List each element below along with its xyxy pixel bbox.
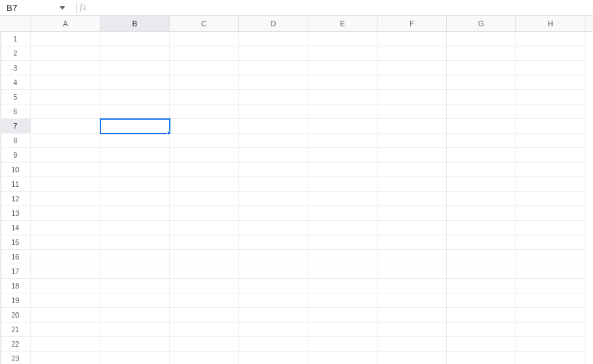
- cell[interactable]: [378, 75, 447, 90]
- cell[interactable]: [31, 119, 100, 134]
- cell[interactable]: [516, 308, 585, 322]
- cell[interactable]: [170, 235, 239, 250]
- cell[interactable]: [308, 148, 378, 163]
- cell[interactable]: [239, 75, 308, 90]
- cell[interactable]: [308, 293, 378, 308]
- cell[interactable]: [378, 221, 447, 235]
- cell[interactable]: [308, 206, 378, 221]
- cell[interactable]: [100, 221, 170, 235]
- cell[interactable]: [170, 293, 239, 308]
- cell[interactable]: [308, 104, 378, 119]
- column-header[interactable]: E: [308, 16, 378, 31]
- row-header[interactable]: 7: [0, 119, 31, 134]
- row-header[interactable]: 12: [0, 192, 31, 206]
- row-header[interactable]: 4: [0, 75, 31, 90]
- cell[interactable]: [100, 46, 170, 61]
- cell[interactable]: [308, 119, 378, 134]
- cell[interactable]: [516, 206, 585, 221]
- cell[interactable]: [100, 337, 170, 352]
- name-box[interactable]: B7: [0, 0, 54, 15]
- cell[interactable]: [239, 221, 308, 235]
- cell[interactable]: [170, 163, 239, 177]
- cell[interactable]: [447, 337, 516, 352]
- cell[interactable]: [170, 250, 239, 264]
- cell[interactable]: [308, 279, 378, 293]
- cell[interactable]: [100, 177, 170, 192]
- cell[interactable]: [31, 32, 100, 46]
- cell[interactable]: [308, 264, 378, 279]
- cell[interactable]: [516, 104, 585, 119]
- cell[interactable]: [239, 46, 308, 61]
- cell[interactable]: [308, 322, 378, 337]
- cell[interactable]: [378, 61, 447, 75]
- cell[interactable]: [378, 104, 447, 119]
- cell[interactable]: [308, 163, 378, 177]
- cell[interactable]: [31, 250, 100, 264]
- cell[interactable]: [31, 75, 100, 90]
- cell[interactable]: [447, 90, 516, 104]
- cell[interactable]: [170, 61, 239, 75]
- cell[interactable]: [378, 250, 447, 264]
- cell[interactable]: [378, 46, 447, 61]
- cell[interactable]: [239, 177, 308, 192]
- cell[interactable]: [378, 32, 447, 46]
- cell[interactable]: [31, 221, 100, 235]
- cell[interactable]: [170, 264, 239, 279]
- cell[interactable]: [516, 250, 585, 264]
- cell[interactable]: [31, 46, 100, 61]
- column-header[interactable]: B: [100, 16, 170, 31]
- row-header[interactable]: 9: [0, 148, 31, 163]
- cell[interactable]: [447, 250, 516, 264]
- cell[interactable]: [170, 134, 239, 148]
- cell[interactable]: [447, 46, 516, 61]
- cell[interactable]: [100, 308, 170, 322]
- cell[interactable]: [239, 192, 308, 206]
- cell[interactable]: [239, 279, 308, 293]
- row-header[interactable]: 6: [0, 104, 31, 119]
- cell[interactable]: [31, 148, 100, 163]
- cell[interactable]: [170, 90, 239, 104]
- cell[interactable]: [308, 221, 378, 235]
- cell[interactable]: [100, 322, 170, 337]
- cell[interactable]: [378, 322, 447, 337]
- cell[interactable]: [100, 163, 170, 177]
- cell[interactable]: [170, 308, 239, 322]
- column-header[interactable]: F: [378, 16, 447, 31]
- row-header[interactable]: 3: [0, 61, 31, 75]
- cell[interactable]: [447, 104, 516, 119]
- cell[interactable]: [31, 293, 100, 308]
- cell[interactable]: [100, 293, 170, 308]
- cell[interactable]: [239, 250, 308, 264]
- cell[interactable]: [31, 104, 100, 119]
- cell[interactable]: [516, 264, 585, 279]
- cell[interactable]: [516, 32, 585, 46]
- cell[interactable]: [31, 90, 100, 104]
- cell[interactable]: [239, 264, 308, 279]
- cell[interactable]: [447, 264, 516, 279]
- cell[interactable]: [170, 177, 239, 192]
- cell[interactable]: [170, 337, 239, 352]
- cell[interactable]: [100, 32, 170, 46]
- cell[interactable]: [308, 61, 378, 75]
- cell[interactable]: [516, 293, 585, 308]
- cell[interactable]: [378, 235, 447, 250]
- cell[interactable]: [170, 148, 239, 163]
- cell[interactable]: [516, 148, 585, 163]
- cell[interactable]: [308, 134, 378, 148]
- cell[interactable]: [378, 192, 447, 206]
- cell[interactable]: [100, 352, 170, 364]
- cell[interactable]: [447, 119, 516, 134]
- cell[interactable]: [100, 134, 170, 148]
- cell[interactable]: [170, 32, 239, 46]
- column-header[interactable]: G: [447, 16, 516, 31]
- cell[interactable]: [100, 75, 170, 90]
- column-header[interactable]: C: [170, 16, 239, 31]
- row-header[interactable]: 13: [0, 206, 31, 221]
- cell[interactable]: [308, 177, 378, 192]
- cell[interactable]: [100, 250, 170, 264]
- cell[interactable]: [447, 61, 516, 75]
- cell[interactable]: [170, 206, 239, 221]
- cell[interactable]: [170, 119, 239, 134]
- cell[interactable]: [170, 352, 239, 364]
- cell[interactable]: [31, 206, 100, 221]
